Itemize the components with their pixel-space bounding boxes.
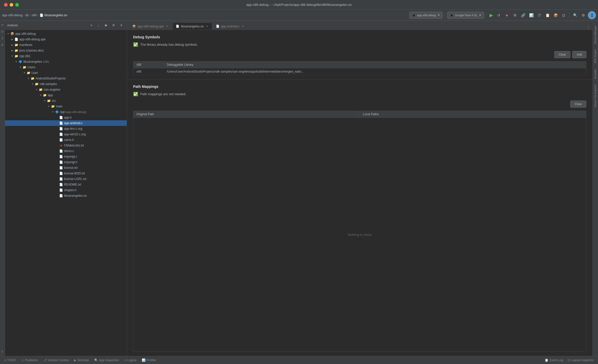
tab-more-button[interactable]: ⋮ [586, 25, 590, 30]
breadcrumb-x86[interactable]: x86 [32, 13, 37, 17]
tab-libsanangeles[interactable]: 📄 libsanangeles.so ✕ [172, 23, 212, 30]
tab-apk[interactable]: 📦 app-x86-debug.apk ✕ [129, 23, 172, 30]
tree-item-libsanangeles[interactable]: ▼ 🔷 libsanangeles (x86) [5, 59, 127, 64]
tree-item-app-android-c[interactable]: ▶ 📄 app-android.c [5, 120, 127, 126]
tree-item-user[interactable]: ▼ 📁 User [5, 70, 127, 76]
device-selector[interactable]: 📱 app-x86-debug ▼ [409, 12, 443, 19]
breadcrumb-file[interactable]: 📄 libsanangeles.so [40, 13, 67, 17]
rerun-button[interactable]: ↺ [495, 12, 502, 19]
profiler-button[interactable]: 📊 Profiler [140, 356, 159, 364]
device-model-selector[interactable]: 📱 Google Pixel 4 XL ▼ [447, 12, 484, 19]
version-control-button[interactable]: ⎇ Version Control [41, 356, 71, 364]
tree-item-san-angeles[interactable]: ▼ 📁 san-angeles [5, 87, 127, 92]
tree-item-cpp[interactable]: ▼ 📁 cpp (lib) [5, 53, 127, 59]
tab-app-android[interactable]: 📄 app-android.c ✕ [213, 23, 248, 30]
debug-symbols-add-button[interactable]: Add [572, 51, 586, 58]
tree-item-ndk-samples[interactable]: ▼ 📁 ndk-samples [5, 81, 127, 87]
breadcrumb-app[interactable]: app-x86-debug [2, 13, 23, 17]
device-manager-tab[interactable]: Device Manager [593, 23, 597, 46]
panel-close-button[interactable]: ✕ [118, 22, 125, 29]
search-button[interactable]: 🔍 [572, 12, 579, 19]
tree-item-androidstudioprojects[interactable]: ▼ 📁 AndroidStudioProjects [5, 76, 127, 81]
tree-item-cpp-module[interactable]: ▼ 🔷 cpp [app-x86-debug] [5, 109, 127, 115]
tree-item-app-folder[interactable]: ▼ 📁 app [5, 92, 127, 98]
tree-item-cmakelists[interactable]: ▶ 🔺 CMakeLists.txt [5, 143, 127, 148]
attach-button[interactable]: 🔗 [520, 12, 527, 19]
tab-close-apk[interactable]: ✕ [165, 25, 169, 28]
logcat-button[interactable]: ≡ Logcat [122, 356, 139, 364]
device-file-explorer-tab[interactable]: Device File Explorer [593, 82, 597, 110]
tree-arrow: ▼ [14, 60, 18, 64]
tree-item-libsanangeles-so[interactable]: ▶ 📄 libsanangeles.so [5, 193, 127, 198]
table-row: x86 /Users/User/AndroidStudioProjects/nd… [133, 68, 586, 75]
tree-item-app-x86-debug[interactable]: ▼ 📦 app-x86-debug [5, 31, 127, 37]
tree-arrow: ▼ [43, 99, 47, 103]
tree-item-users[interactable]: ▼ 📁 Users [5, 64, 127, 70]
breadcrumb-lib[interactable]: lib [26, 13, 29, 17]
event-log-label: Event Log [549, 358, 563, 362]
terminal-button[interactable]: ▶ Terminal [72, 356, 91, 364]
layout-button[interactable]: ⊡ [560, 12, 567, 19]
app-inspection-button[interactable]: 🔍 App Inspection [92, 356, 121, 364]
tree-item-readme[interactable]: ▶ 📄 README.txt [5, 182, 127, 187]
tree-item-shapes-h[interactable]: ▶ 📄 shapes.h [5, 187, 127, 193]
event-log-button[interactable]: 📋 Event Log [542, 358, 565, 362]
tree-label: ndk-samples [40, 82, 57, 86]
apk-button[interactable]: 📦 [552, 12, 559, 19]
folder-icon: 📁 [30, 76, 35, 80]
panel-settings-button[interactable]: ⚙ [110, 22, 117, 29]
tree-item-manifests[interactable]: ▶ 📁 manifests [5, 42, 127, 48]
tree-item-importgl-h[interactable]: ▶ 📄 importgl.h [5, 159, 127, 165]
problems-button[interactable]: ⚠ Problems [19, 356, 40, 364]
status-check-icon-2: ✅ [133, 92, 138, 96]
table-header-library: Debuggable Library [164, 61, 586, 68]
tree-item-license-lgpl[interactable]: ▶ 📄 license-LGPL.txt [5, 176, 127, 182]
avatar[interactable]: 👤 [588, 11, 596, 19]
bookmarks-icon[interactable]: B [0, 43, 5, 47]
path-mappings-clear-button[interactable]: Clear [570, 101, 586, 108]
structure-icon[interactable]: S [0, 36, 5, 41]
device-icon: 📱 [412, 13, 416, 17]
locate-file-button[interactable]: ◉ [102, 22, 109, 29]
c-file-icon-2: 📄 [59, 127, 63, 131]
far-right-strip: Device Manager APK Project Emulator Devi… [592, 21, 598, 356]
folder-icon: 📁 [14, 54, 18, 58]
maximize-button[interactable] [15, 3, 19, 7]
minimize-button[interactable] [10, 3, 13, 7]
tree-item-license-bsd[interactable]: ▶ 📄 license-BSD.txt [5, 171, 127, 176]
tree-item-app-linx[interactable]: ▶ 📄 app-linx.c.org [5, 126, 127, 131]
sync-button[interactable]: ⚙ [511, 12, 518, 19]
profile-button[interactable]: 📊 [528, 12, 535, 19]
tree-item-app-h[interactable]: ▶ 📄 app.h [5, 115, 127, 120]
tree-item-src[interactable]: ▼ 📁 src [5, 98, 127, 104]
close-button[interactable] [4, 3, 8, 7]
tree-item-app-win32[interactable]: ▶ 📄 app-win32.c.org [5, 131, 127, 137]
problems-label: Problems [25, 358, 38, 362]
todo-button[interactable]: ≡ TODO [2, 356, 18, 364]
tree-item-cams-h[interactable]: ▶ 📄 cams.h [5, 137, 127, 143]
build-variants-icon[interactable]: V [0, 349, 5, 354]
tree-item-importgl-c[interactable]: ▶ 📄 importgl.c [5, 154, 127, 159]
window-title: app-x86-debug – ~/ApkProjects/app-x86-de… [246, 3, 352, 7]
tab-close-lib[interactable]: ✕ [205, 25, 209, 28]
resource-manager-icon[interactable]: R [0, 29, 5, 34]
settings-button[interactable]: ⚙ [580, 12, 587, 19]
tree-item-license-txt[interactable]: ▶ 📄 license.txt [5, 165, 127, 171]
run-button[interactable]: ▶ [489, 12, 494, 18]
tree-label: importgl.h [64, 160, 77, 164]
tab-close-android[interactable]: ✕ [241, 25, 245, 28]
tree-item-demo-c[interactable]: ▶ 📄 demo.c [5, 148, 127, 154]
tree-item-java[interactable]: ▶ 📁 java (classes.dex) [5, 48, 127, 53]
debug-symbols-clear-button[interactable]: Clear [554, 51, 570, 58]
layout-inspector-button[interactable]: ⊡ Layout Inspector [565, 358, 596, 362]
folder-icon: 📁 [39, 88, 43, 92]
coverage-button[interactable]: 📋 [544, 12, 551, 19]
profiler-button[interactable]: ⏱ [536, 12, 543, 19]
tree-item-main[interactable]: ▼ 📁 main [5, 104, 127, 109]
stop-button[interactable]: ■ [503, 12, 510, 19]
collapse-all-button[interactable]: ↕ [95, 22, 102, 29]
apk-project-tab[interactable]: APK Project [593, 47, 597, 66]
emulator-tab[interactable]: Emulator [593, 66, 597, 81]
tree-item-apk[interactable]: ▶ 📄 app-x86-debug.apk [5, 37, 127, 42]
project-tab-icon[interactable]: P [0, 23, 5, 27]
